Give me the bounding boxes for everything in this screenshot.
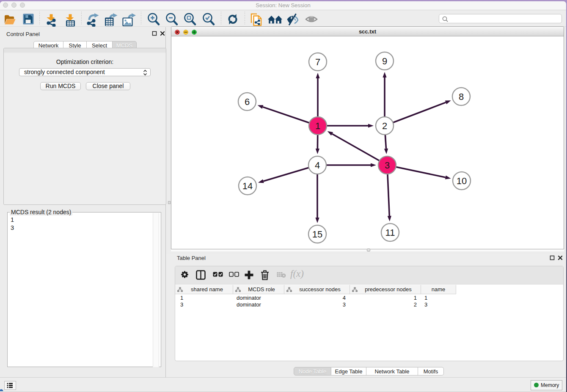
svg-text:10: 10 [457,176,467,186]
svg-text:3: 3 [385,160,390,171]
svg-text:4: 4 [315,160,320,171]
svg-text:2: 2 [382,121,387,131]
svg-text:14: 14 [242,181,253,191]
svg-text:6: 6 [245,97,250,107]
svg-text:8: 8 [459,91,464,102]
svg-text:15: 15 [312,229,322,240]
svg-text:1: 1 [315,121,320,131]
svg-text:11: 11 [385,227,395,238]
svg-text:7: 7 [315,57,320,67]
svg-text:9: 9 [382,56,387,66]
